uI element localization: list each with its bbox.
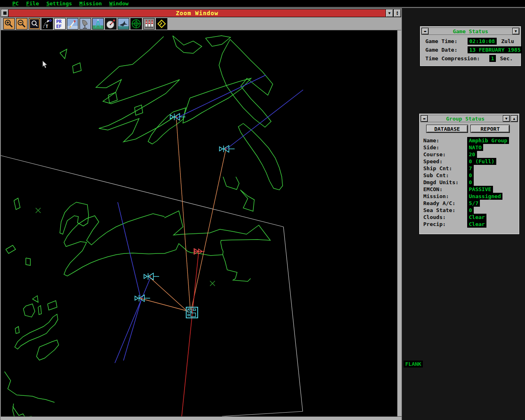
missile-icon (67, 18, 78, 29)
radar-dish-icon (80, 18, 91, 29)
menu-item-file[interactable]: File (26, 0, 39, 7)
group-tether-line (176, 119, 190, 310)
group-status-row: Ship Cnt:7 (423, 165, 517, 172)
collapse-arrow-icon: ▼ (388, 11, 390, 15)
missile-launch-button[interactable] (67, 18, 78, 30)
row-label: Game Date: (425, 47, 457, 53)
radar-scope-icon (131, 18, 142, 29)
game-status-window: ▬ Game Status ▼ Game Time:02:10:08ZuluGa… (420, 26, 521, 66)
zoom-out-icon (16, 18, 27, 29)
row-value: 0 (467, 172, 474, 179)
collapse-button[interactable]: ▼ (512, 28, 519, 34)
zoom-window-titlebar[interactable]: Zoom Window ▼ ▲▼ (1, 9, 401, 17)
row-label: Game Time: (425, 38, 457, 44)
expand-button[interactable]: ▲ (511, 115, 518, 122)
coastline (64, 214, 164, 276)
row-label: Time Compression: (425, 55, 480, 62)
group-status-titlebar[interactable]: ▬ Group Status ▼ ▲ (420, 115, 518, 122)
row-value: 7 (467, 165, 474, 172)
row-value: 0 (Full) (467, 158, 496, 165)
row-value: PASSIVE (467, 186, 493, 193)
row-label: Dmgd Units: (423, 179, 459, 185)
ordnance-button[interactable] (143, 18, 155, 30)
menu-item-settings[interactable]: Settings (46, 0, 72, 7)
horizontal-scrollbar[interactable] (1, 416, 402, 420)
sensor-button[interactable] (80, 18, 91, 30)
coastline (13, 406, 62, 416)
zoom-window-title-area[interactable]: Zoom Window (9, 9, 386, 17)
report-button[interactable]: REPORT (470, 125, 510, 133)
row-value: 0 (467, 207, 474, 214)
minus-icon: ▬ (423, 116, 425, 121)
row-value: 20 (467, 151, 477, 158)
zoom-window-title: Zoom Window (176, 10, 219, 16)
game-status-titlebar[interactable]: ▬ Game Status ▼ (421, 27, 520, 35)
zoom-window-button[interactable] (29, 18, 40, 30)
row-value: Clear (467, 221, 486, 228)
minimize-button[interactable]: ▬ (421, 115, 428, 122)
menu-item-mission[interactable]: Mission (80, 0, 102, 7)
collapse-arrow-icon: ▼ (515, 29, 517, 33)
coastline (23, 304, 35, 317)
row-label: Name: (423, 137, 439, 144)
zoom-out-button[interactable] (16, 18, 27, 30)
menu-item-window[interactable]: Window (109, 0, 128, 7)
coastline (32, 296, 38, 302)
coastline (148, 108, 186, 144)
desktop: PCFileSettingsMissionWindow Zoom Window … (0, 0, 525, 420)
unit-glyph (144, 273, 159, 280)
database-button[interactable]: DATABASE (426, 125, 468, 133)
row-label: Course: (423, 151, 446, 158)
coastline (6, 245, 16, 253)
group-box-part (188, 314, 189, 316)
track-button[interactable]: T (41, 18, 53, 30)
coastline (173, 36, 202, 53)
course-change-button[interactable] (156, 18, 167, 30)
game-status-title: Game Status (429, 28, 512, 34)
tactical-map[interactable] (1, 30, 397, 416)
gauge-icon (105, 18, 116, 29)
coastline (219, 39, 273, 127)
waypoint-diamond-icon (156, 18, 167, 29)
navigation-button[interactable] (92, 18, 104, 30)
air-operations-button[interactable] (118, 18, 129, 30)
vertical-scrollbar[interactable] (397, 30, 402, 416)
row-value: 5/7 (467, 200, 480, 207)
preferences-button[interactable]: PREF (54, 18, 66, 30)
row-label: Sub Cnt: (423, 172, 449, 178)
radar-scope-button[interactable] (130, 18, 142, 30)
row-label: Ready A/C: (423, 200, 455, 206)
group-status-row: Ready A/C:5/7 (423, 200, 517, 207)
course-line-hostile (181, 253, 199, 416)
game-status-row: Game Date:13 FEBRUARY 1985 (425, 46, 520, 53)
zoom-in-button[interactable] (3, 18, 15, 30)
row-value: Amphib Group (467, 137, 509, 144)
collapse-button[interactable]: ▼ (503, 115, 510, 122)
coastline (38, 306, 41, 315)
coastline (14, 198, 20, 210)
unit-center-dot (141, 298, 142, 299)
coastline (37, 340, 59, 360)
group-status-row: Name:Amphib Group (423, 137, 517, 144)
map-canvas[interactable] (1, 30, 397, 416)
coastline (15, 314, 58, 349)
menu-item-pc[interactable]: PC (12, 0, 19, 7)
coastline (240, 190, 254, 211)
group-box-part (193, 309, 196, 310)
coastline (223, 177, 239, 189)
system-menu-button[interactable] (1, 9, 9, 17)
game-status-row: Time Compression:1Sec. (425, 55, 520, 62)
collapse-button[interactable]: ▼ (386, 9, 393, 17)
minimize-button[interactable]: ▬ (422, 28, 429, 34)
row-value: 0 (467, 179, 474, 186)
course-line-friendly (118, 202, 140, 297)
surface-group-symbol[interactable] (144, 273, 159, 280)
unit-center-dot (225, 148, 226, 150)
row-value: NATO (467, 144, 483, 151)
coastline (26, 258, 30, 265)
resize-button[interactable]: ▲▼ (393, 9, 401, 17)
gauge-button[interactable] (105, 18, 116, 30)
patrol-boundary-line (283, 227, 303, 411)
group-status-row: Clouds:Clear (423, 214, 517, 221)
group-status-row: Sub Cnt:0 (423, 172, 517, 179)
